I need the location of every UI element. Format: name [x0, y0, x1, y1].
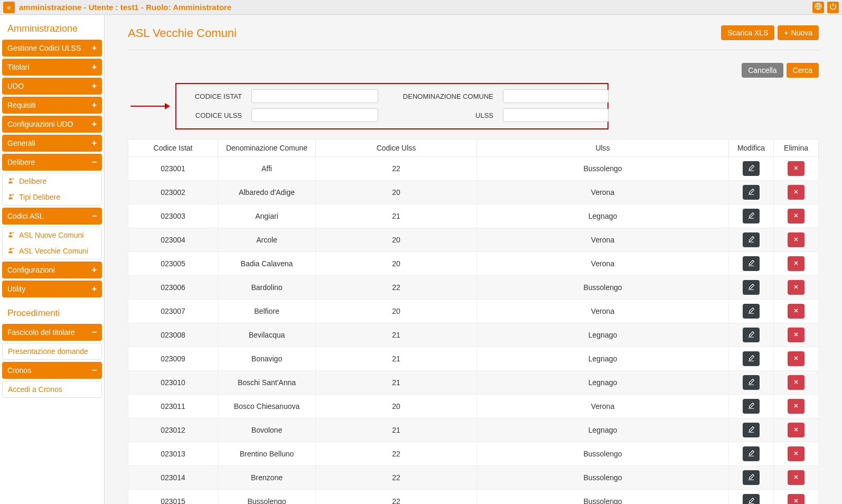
- edit-button[interactable]: [743, 280, 760, 295]
- cell-istat: 023013: [128, 442, 218, 466]
- edit-icon: [747, 212, 755, 221]
- table-row: 023006Bardolino22Bussolengo: [128, 276, 819, 300]
- th-istat[interactable]: Codice Istat: [128, 139, 218, 157]
- search-button[interactable]: Cerca: [787, 63, 819, 78]
- filter-ulss-label: ULSS: [388, 111, 493, 119]
- plus-icon: +: [92, 265, 97, 275]
- delete-button[interactable]: [788, 185, 804, 200]
- sidebar-heading-procedimenti: Procedimenti: [2, 300, 102, 324]
- cell-ulsscode: 21: [316, 204, 477, 228]
- sidebar-section[interactable]: Configurazioni+: [2, 262, 102, 278]
- edit-button[interactable]: [743, 470, 760, 485]
- new-button[interactable]: + Nuova: [778, 25, 819, 40]
- cell-istat: 023010: [128, 371, 218, 395]
- delete-button[interactable]: [788, 375, 804, 390]
- delete-button[interactable]: [788, 209, 804, 223]
- cell-denom: Bovolone: [218, 418, 316, 442]
- svg-point-8: [12, 248, 14, 249]
- sidebar-subitem[interactable]: Accedi a Cronos: [3, 381, 101, 397]
- cell-denom: Brentino Belluno: [218, 442, 316, 466]
- sidebar-subitem[interactable]: Presentazione domande: [3, 343, 101, 359]
- table-row: 023012Bovolone21Legnago: [128, 418, 819, 442]
- edit-button[interactable]: [743, 304, 760, 319]
- edit-button[interactable]: [743, 232, 760, 247]
- filter-istat-input[interactable]: [251, 89, 378, 103]
- sidebar-subitem[interactable]: ASL Nuove Comuni: [3, 227, 101, 243]
- delete-button[interactable]: [788, 399, 804, 414]
- filter-istat-label: CODICE ISTAT: [184, 92, 242, 100]
- sidebar-subitem[interactable]: Delibere: [3, 173, 101, 189]
- edit-button[interactable]: [743, 399, 760, 414]
- sidebar-section[interactable]: Titolari+: [2, 59, 102, 76]
- filter-denom-input[interactable]: [503, 89, 609, 103]
- th-ulss[interactable]: Ulss: [477, 139, 729, 157]
- edit-button[interactable]: [743, 375, 760, 390]
- delete-button[interactable]: [788, 470, 804, 485]
- sidebar-section[interactable]: Codici ASL−: [2, 208, 102, 225]
- cell-istat: 023011: [128, 395, 218, 418]
- delete-button[interactable]: [788, 161, 804, 176]
- edit-button[interactable]: [743, 209, 760, 223]
- sidebar-section[interactable]: Utility+: [2, 281, 102, 297]
- power-button[interactable]: [827, 2, 839, 13]
- data-table: Codice Istat Denominazione Comune Codice…: [128, 139, 819, 504]
- language-button[interactable]: [812, 2, 824, 13]
- delete-button[interactable]: [788, 446, 804, 461]
- cell-ulsscode: 20: [316, 395, 477, 418]
- edit-button[interactable]: [743, 256, 760, 271]
- sidebar-section[interactable]: Generali+: [2, 135, 102, 152]
- delete-button[interactable]: [788, 351, 804, 366]
- sidebar-section[interactable]: Gestione Codici ULSS+: [2, 40, 102, 57]
- delete-button[interactable]: [788, 232, 804, 247]
- cell-ulsscode: 22: [316, 442, 477, 466]
- sidebar-subitem-label: Accedi a Cronos: [8, 385, 62, 394]
- filter-ulss-input[interactable]: [503, 108, 609, 122]
- cell-ulsscode: 21: [316, 347, 477, 371]
- cell-denom: Arcole: [218, 228, 316, 252]
- cell-ulsscode: 22: [316, 276, 477, 300]
- cell-ulss: Verona: [477, 252, 729, 276]
- th-denom[interactable]: Denominazione Comune: [218, 139, 316, 157]
- topbar-title: amministrazione - Utente : test1 - Ruolo…: [19, 3, 231, 12]
- delete-button[interactable]: [788, 328, 804, 342]
- sidebar-subitem[interactable]: ASL Vecchie Comuni: [3, 243, 101, 259]
- sidebar-section[interactable]: Fascicolo del titolare−: [2, 324, 102, 341]
- cancel-button[interactable]: Cancella: [742, 63, 783, 78]
- plus-icon: +: [92, 100, 97, 110]
- edit-button[interactable]: [743, 446, 760, 461]
- close-icon: [793, 498, 799, 505]
- delete-button[interactable]: [788, 280, 804, 295]
- close-icon: [793, 403, 799, 410]
- close-icon: [793, 331, 799, 339]
- cell-ulsscode: 20: [316, 300, 477, 323]
- sidebar-section[interactable]: Requisiti+: [2, 97, 102, 114]
- edit-button[interactable]: [743, 494, 760, 504]
- sidebar-heading: Amministrazione: [2, 17, 102, 40]
- sidebar-subitem[interactable]: Tipi Delibere: [3, 189, 101, 205]
- edit-button[interactable]: [743, 351, 760, 366]
- sidebar-section[interactable]: Configurazioni UDO+: [2, 116, 102, 133]
- cell-ulss: Bussolengo: [477, 157, 729, 181]
- delete-button[interactable]: [788, 256, 804, 271]
- cell-istat: 023007: [128, 300, 218, 323]
- plus-icon: +: [92, 62, 97, 72]
- cell-ulss: Bussolengo: [477, 466, 729, 490]
- edit-button[interactable]: [743, 185, 760, 200]
- edit-button[interactable]: [743, 423, 760, 437]
- sidebar-section[interactable]: UDO+: [2, 78, 102, 95]
- delete-button[interactable]: [788, 304, 804, 319]
- sidebar-section[interactable]: Cronos−: [2, 362, 102, 379]
- delete-button[interactable]: [788, 423, 804, 437]
- filter-ulsscode-input[interactable]: [251, 108, 378, 122]
- edit-button[interactable]: [743, 328, 760, 342]
- edit-icon: [747, 378, 755, 387]
- edit-button[interactable]: [743, 161, 760, 176]
- download-xls-button[interactable]: Scarica XLS: [721, 25, 774, 40]
- close-icon: [793, 284, 799, 292]
- th-ulsscode[interactable]: Codice Ulss: [316, 139, 477, 157]
- close-icon: [793, 236, 799, 244]
- delete-button[interactable]: [788, 494, 804, 504]
- sidebar-section[interactable]: Delibere−: [2, 154, 102, 171]
- collapse-sidebar-button[interactable]: «: [3, 2, 15, 13]
- edit-icon: [747, 331, 755, 340]
